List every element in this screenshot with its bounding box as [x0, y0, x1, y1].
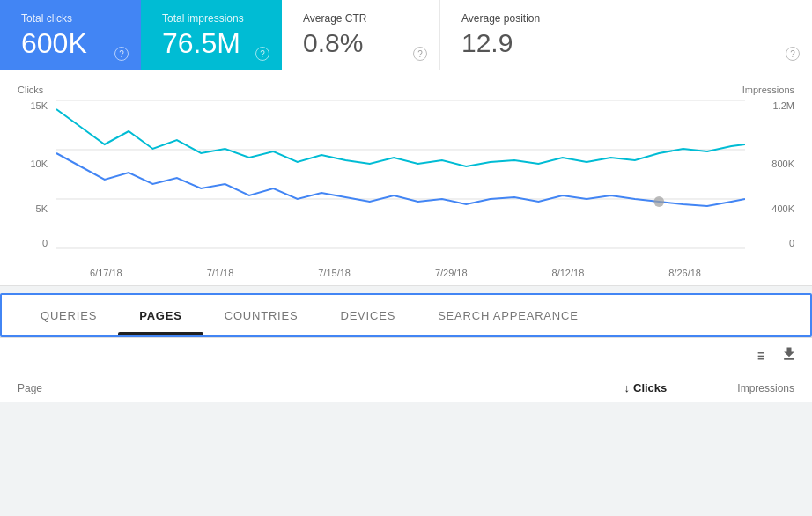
x-label-1: 6/17/18 [90, 268, 122, 278]
tab-pages[interactable]: PAGES [118, 295, 203, 335]
average-ctr-value: 0.8% [303, 28, 418, 57]
total-impressions-value: 76.5M [162, 28, 261, 59]
tab-devices[interactable]: DEVICES [319, 295, 417, 335]
filter-icon[interactable]: ≡ [757, 346, 764, 366]
col-clicks-label[interactable]: ↓ Clicks [624, 381, 668, 394]
table-header: Page ↓ Clicks Impressions [0, 372, 812, 402]
average-position-help-icon[interactable]: ? [786, 47, 800, 61]
y-left-15k: 15K [30, 100, 48, 111]
total-clicks-value: 600K [21, 28, 120, 59]
total-clicks-help-icon[interactable]: ? [114, 47, 129, 61]
total-impressions-label: Total impressions [162, 12, 261, 25]
x-label-6: 8/26/18 [668, 268, 701, 278]
y-left-5k: 5K [36, 203, 48, 214]
sort-arrow-icon: ↓ [624, 381, 631, 394]
y-left-0: 0 [42, 238, 48, 248]
average-position-label: Average position [461, 12, 791, 25]
y-axis-right: 1.2M 800K 400K 0 [750, 100, 794, 252]
average-position-value: 12.9 [461, 28, 791, 57]
tab-search-appearance[interactable]: SEARCH APPEARANCE [417, 295, 600, 335]
tabs-row: QUERIES PAGES COUNTRIES DEVICES SEARCH A… [2, 295, 810, 335]
y-right-800k: 800K [771, 158, 794, 169]
average-ctr-card: Average CTR 0.8% ? [282, 0, 440, 70]
x-label-4: 7/29/18 [435, 268, 468, 278]
chart-area: Clicks Impressions 15K 10K 5K 0 1.2M 800… [0, 70, 812, 286]
y-right-400k: 400K [771, 203, 794, 214]
average-ctr-help-icon[interactable]: ? [413, 47, 427, 61]
tab-section: QUERIES PAGES COUNTRIES DEVICES SEARCH A… [0, 293, 812, 337]
action-row: ≡ [0, 337, 812, 372]
tab-queries[interactable]: QUERIES [19, 295, 118, 335]
col-page-label: Page [18, 382, 42, 394]
col-impressions-label: Impressions [737, 382, 794, 394]
average-position-card: Average position 12.9 ? [440, 0, 812, 70]
y-axis-left-title: Clicks [18, 85, 43, 95]
x-axis: 6/17/18 7/1/18 7/15/18 7/29/18 8/12/18 8… [51, 268, 750, 278]
average-ctr-label: Average CTR [303, 12, 418, 25]
total-clicks-card: Total clicks 600K ? [0, 0, 141, 70]
metrics-bar: Total clicks 600K ? Total impressions 76… [0, 0, 812, 70]
total-impressions-help-icon[interactable]: ? [255, 47, 269, 61]
total-impressions-card: Total impressions 76.5M ? [141, 0, 282, 70]
y-axis-right-title: Impressions [742, 85, 794, 95]
y-left-10k: 10K [30, 158, 48, 169]
svg-point-4 [653, 196, 664, 207]
x-label-5: 8/12/18 [552, 268, 585, 278]
download-icon[interactable] [780, 345, 798, 366]
x-label-2: 7/1/18 [207, 268, 234, 278]
y-right-0: 0 [789, 238, 794, 248]
y-right-1.2m: 1.2M [773, 100, 794, 111]
line-chart [56, 100, 745, 250]
chart-container: Clicks Impressions 15K 10K 5K 0 1.2M 800… [18, 85, 794, 278]
x-label-3: 7/15/18 [318, 268, 351, 278]
tab-countries[interactable]: COUNTRIES [203, 295, 320, 335]
total-clicks-label: Total clicks [21, 12, 120, 25]
y-axis-left: 15K 10K 5K 0 [18, 100, 51, 252]
